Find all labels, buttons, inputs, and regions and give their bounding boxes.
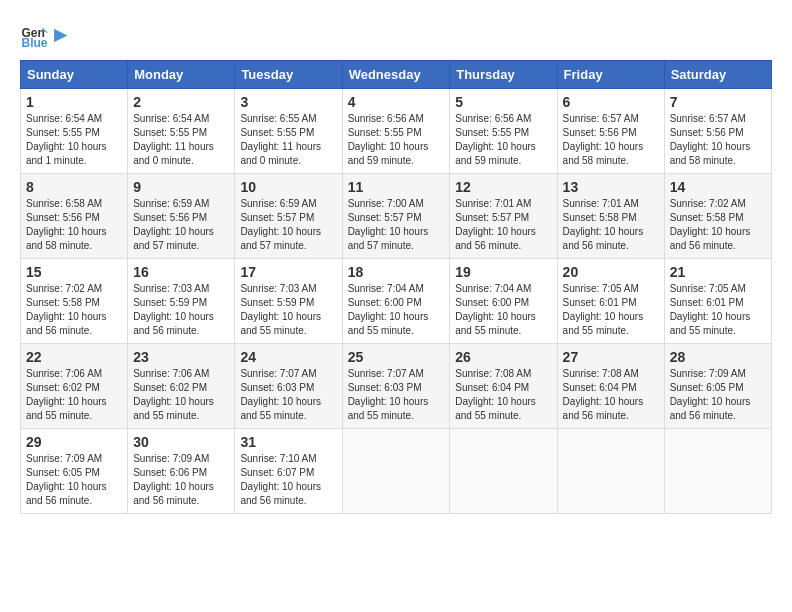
calendar-cell bbox=[342, 429, 450, 514]
day-number: 2 bbox=[133, 94, 229, 110]
calendar-cell: 11Sunrise: 7:00 AMSunset: 5:57 PMDayligh… bbox=[342, 174, 450, 259]
calendar-cell: 5Sunrise: 6:56 AMSunset: 5:55 PMDaylight… bbox=[450, 89, 557, 174]
calendar-cell: 27Sunrise: 7:08 AMSunset: 6:04 PMDayligh… bbox=[557, 344, 664, 429]
calendar-cell: 23Sunrise: 7:06 AMSunset: 6:02 PMDayligh… bbox=[128, 344, 235, 429]
calendar-cell: 6Sunrise: 6:57 AMSunset: 5:56 PMDaylight… bbox=[557, 89, 664, 174]
day-detail: Sunrise: 6:58 AMSunset: 5:56 PMDaylight:… bbox=[26, 198, 107, 251]
calendar-cell: 3Sunrise: 6:55 AMSunset: 5:55 PMDaylight… bbox=[235, 89, 342, 174]
day-detail: Sunrise: 7:04 AMSunset: 6:00 PMDaylight:… bbox=[455, 283, 536, 336]
day-detail: Sunrise: 7:09 AMSunset: 6:05 PMDaylight:… bbox=[26, 453, 107, 506]
day-number: 23 bbox=[133, 349, 229, 365]
day-detail: Sunrise: 7:09 AMSunset: 6:06 PMDaylight:… bbox=[133, 453, 214, 506]
calendar-cell: 12Sunrise: 7:01 AMSunset: 5:57 PMDayligh… bbox=[450, 174, 557, 259]
weekday-header: Friday bbox=[557, 61, 664, 89]
day-number: 5 bbox=[455, 94, 551, 110]
weekday-header: Monday bbox=[128, 61, 235, 89]
calendar-cell: 9Sunrise: 6:59 AMSunset: 5:56 PMDaylight… bbox=[128, 174, 235, 259]
calendar-week-row: 8Sunrise: 6:58 AMSunset: 5:56 PMDaylight… bbox=[21, 174, 772, 259]
calendar-cell: 19Sunrise: 7:04 AMSunset: 6:00 PMDayligh… bbox=[450, 259, 557, 344]
day-number: 31 bbox=[240, 434, 336, 450]
weekday-header: Tuesday bbox=[235, 61, 342, 89]
day-number: 19 bbox=[455, 264, 551, 280]
day-detail: Sunrise: 6:54 AMSunset: 5:55 PMDaylight:… bbox=[26, 113, 107, 166]
day-number: 22 bbox=[26, 349, 122, 365]
day-detail: Sunrise: 6:54 AMSunset: 5:55 PMDaylight:… bbox=[133, 113, 214, 166]
day-number: 29 bbox=[26, 434, 122, 450]
day-detail: Sunrise: 7:06 AMSunset: 6:02 PMDaylight:… bbox=[26, 368, 107, 421]
day-number: 8 bbox=[26, 179, 122, 195]
day-detail: Sunrise: 6:57 AMSunset: 5:56 PMDaylight:… bbox=[670, 113, 751, 166]
day-number: 1 bbox=[26, 94, 122, 110]
day-number: 10 bbox=[240, 179, 336, 195]
calendar-cell: 22Sunrise: 7:06 AMSunset: 6:02 PMDayligh… bbox=[21, 344, 128, 429]
calendar-cell: 17Sunrise: 7:03 AMSunset: 5:59 PMDayligh… bbox=[235, 259, 342, 344]
day-detail: Sunrise: 7:05 AMSunset: 6:01 PMDaylight:… bbox=[563, 283, 644, 336]
day-detail: Sunrise: 7:07 AMSunset: 6:03 PMDaylight:… bbox=[240, 368, 321, 421]
logo-arrow: ▶ bbox=[54, 26, 66, 43]
day-number: 26 bbox=[455, 349, 551, 365]
day-detail: Sunrise: 7:09 AMSunset: 6:05 PMDaylight:… bbox=[670, 368, 751, 421]
calendar-cell: 14Sunrise: 7:02 AMSunset: 5:58 PMDayligh… bbox=[664, 174, 771, 259]
calendar-cell: 8Sunrise: 6:58 AMSunset: 5:56 PMDaylight… bbox=[21, 174, 128, 259]
day-detail: Sunrise: 6:56 AMSunset: 5:55 PMDaylight:… bbox=[455, 113, 536, 166]
day-detail: Sunrise: 7:04 AMSunset: 6:00 PMDaylight:… bbox=[348, 283, 429, 336]
day-detail: Sunrise: 6:55 AMSunset: 5:55 PMDaylight:… bbox=[240, 113, 321, 166]
calendar-cell: 21Sunrise: 7:05 AMSunset: 6:01 PMDayligh… bbox=[664, 259, 771, 344]
calendar-cell: 25Sunrise: 7:07 AMSunset: 6:03 PMDayligh… bbox=[342, 344, 450, 429]
day-number: 27 bbox=[563, 349, 659, 365]
calendar-cell: 16Sunrise: 7:03 AMSunset: 5:59 PMDayligh… bbox=[128, 259, 235, 344]
day-detail: Sunrise: 7:01 AMSunset: 5:57 PMDaylight:… bbox=[455, 198, 536, 251]
calendar-cell: 7Sunrise: 6:57 AMSunset: 5:56 PMDaylight… bbox=[664, 89, 771, 174]
day-number: 12 bbox=[455, 179, 551, 195]
day-number: 25 bbox=[348, 349, 445, 365]
calendar-cell bbox=[557, 429, 664, 514]
calendar-week-row: 1Sunrise: 6:54 AMSunset: 5:55 PMDaylight… bbox=[21, 89, 772, 174]
day-number: 18 bbox=[348, 264, 445, 280]
weekday-header: Saturday bbox=[664, 61, 771, 89]
day-detail: Sunrise: 7:01 AMSunset: 5:58 PMDaylight:… bbox=[563, 198, 644, 251]
calendar-cell: 10Sunrise: 6:59 AMSunset: 5:57 PMDayligh… bbox=[235, 174, 342, 259]
day-number: 9 bbox=[133, 179, 229, 195]
calendar-cell: 26Sunrise: 7:08 AMSunset: 6:04 PMDayligh… bbox=[450, 344, 557, 429]
calendar-cell: 29Sunrise: 7:09 AMSunset: 6:05 PMDayligh… bbox=[21, 429, 128, 514]
day-detail: Sunrise: 7:05 AMSunset: 6:01 PMDaylight:… bbox=[670, 283, 751, 336]
calendar-cell: 24Sunrise: 7:07 AMSunset: 6:03 PMDayligh… bbox=[235, 344, 342, 429]
calendar-cell: 18Sunrise: 7:04 AMSunset: 6:00 PMDayligh… bbox=[342, 259, 450, 344]
day-detail: Sunrise: 7:08 AMSunset: 6:04 PMDaylight:… bbox=[563, 368, 644, 421]
day-number: 11 bbox=[348, 179, 445, 195]
day-detail: Sunrise: 7:03 AMSunset: 5:59 PMDaylight:… bbox=[240, 283, 321, 336]
calendar-cell bbox=[450, 429, 557, 514]
calendar-cell bbox=[664, 429, 771, 514]
calendar-cell: 30Sunrise: 7:09 AMSunset: 6:06 PMDayligh… bbox=[128, 429, 235, 514]
calendar-cell: 13Sunrise: 7:01 AMSunset: 5:58 PMDayligh… bbox=[557, 174, 664, 259]
day-number: 21 bbox=[670, 264, 766, 280]
day-detail: Sunrise: 6:59 AMSunset: 5:56 PMDaylight:… bbox=[133, 198, 214, 251]
day-number: 4 bbox=[348, 94, 445, 110]
day-detail: Sunrise: 7:00 AMSunset: 5:57 PMDaylight:… bbox=[348, 198, 429, 251]
calendar-cell: 31Sunrise: 7:10 AMSunset: 6:07 PMDayligh… bbox=[235, 429, 342, 514]
calendar-cell: 20Sunrise: 7:05 AMSunset: 6:01 PMDayligh… bbox=[557, 259, 664, 344]
day-detail: Sunrise: 6:59 AMSunset: 5:57 PMDaylight:… bbox=[240, 198, 321, 251]
day-detail: Sunrise: 7:03 AMSunset: 5:59 PMDaylight:… bbox=[133, 283, 214, 336]
day-number: 7 bbox=[670, 94, 766, 110]
day-detail: Sunrise: 7:02 AMSunset: 5:58 PMDaylight:… bbox=[26, 283, 107, 336]
day-number: 16 bbox=[133, 264, 229, 280]
day-number: 15 bbox=[26, 264, 122, 280]
calendar-week-row: 22Sunrise: 7:06 AMSunset: 6:02 PMDayligh… bbox=[21, 344, 772, 429]
weekday-header: Sunday bbox=[21, 61, 128, 89]
weekday-header-row: SundayMondayTuesdayWednesdayThursdayFrid… bbox=[21, 61, 772, 89]
day-number: 3 bbox=[240, 94, 336, 110]
logo: Gen Blue ▶ bbox=[20, 20, 66, 50]
page-header: Gen Blue ▶ bbox=[20, 20, 772, 50]
calendar-week-row: 15Sunrise: 7:02 AMSunset: 5:58 PMDayligh… bbox=[21, 259, 772, 344]
day-number: 20 bbox=[563, 264, 659, 280]
day-number: 17 bbox=[240, 264, 336, 280]
day-number: 30 bbox=[133, 434, 229, 450]
svg-text:Blue: Blue bbox=[22, 36, 48, 50]
day-detail: Sunrise: 6:56 AMSunset: 5:55 PMDaylight:… bbox=[348, 113, 429, 166]
day-number: 14 bbox=[670, 179, 766, 195]
day-detail: Sunrise: 7:08 AMSunset: 6:04 PMDaylight:… bbox=[455, 368, 536, 421]
calendar-week-row: 29Sunrise: 7:09 AMSunset: 6:05 PMDayligh… bbox=[21, 429, 772, 514]
day-number: 28 bbox=[670, 349, 766, 365]
calendar-cell: 4Sunrise: 6:56 AMSunset: 5:55 PMDaylight… bbox=[342, 89, 450, 174]
